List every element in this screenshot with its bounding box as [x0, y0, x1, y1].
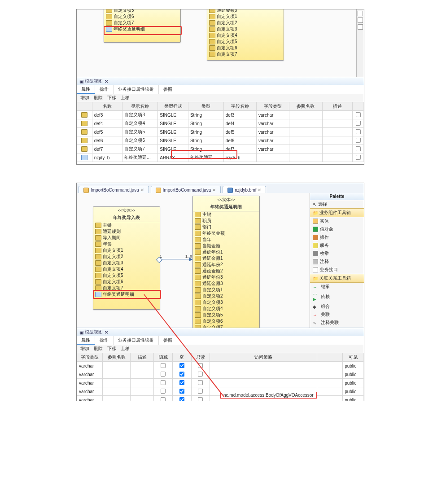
entity-field[interactable]: 自定义项5: [104, 9, 180, 13]
palette-item[interactable]: →关联: [310, 311, 364, 319]
table-row[interactable]: def7自定义项7SINGLEStringdef7varchar: [77, 145, 364, 153]
table-row[interactable]: def3自定义项3SINGLEStringdef3varchar: [77, 111, 364, 119]
checkbox[interactable]: [161, 397, 166, 401]
entity-field[interactable]: 当年: [193, 237, 259, 243]
entity-field-aggregate[interactable]: 年终奖通延明细: [104, 26, 180, 32]
entity-field[interactable]: 自定义项4: [207, 32, 284, 39]
table-row[interactable]: def5自定义项5SINGLEStringdef5varchar: [77, 128, 364, 136]
column-header[interactable]: 名称: [92, 102, 122, 111]
checkbox[interactable]: [198, 371, 203, 376]
column-header[interactable]: 空: [172, 353, 191, 362]
entity-field[interactable]: 通延金额3: [193, 280, 259, 287]
checkbox[interactable]: [161, 371, 166, 376]
column-header[interactable]: 可见: [343, 353, 364, 362]
checkbox[interactable]: [179, 380, 184, 385]
palette-item[interactable]: 服务: [310, 241, 364, 250]
diagram-canvas[interactable]: 自定义项5自定义项6自定义项7 年终奖通延明细 通延金额3自定义项1自定义项2自…: [77, 9, 364, 77]
entity-field[interactable]: 自定义项6: [193, 318, 259, 324]
entity-field[interactable]: 自定义项7: [104, 20, 180, 26]
entity-field[interactable]: 自定义项6: [93, 279, 160, 285]
editor-tab[interactable]: ImportBoCommand.java ✕: [151, 186, 221, 194]
entity-field[interactable]: 通延金额3: [207, 9, 284, 13]
palette-item[interactable]: 注释: [310, 258, 364, 266]
diagram-canvas[interactable]: Palette ↖选择 📁 业务组件工具箱 实体值对象操作服务枚举注释业务接口 …: [77, 193, 364, 328]
checkbox[interactable]: [179, 363, 184, 368]
column-header[interactable]: [77, 102, 92, 111]
tab-operations[interactable]: 操作: [95, 85, 114, 94]
column-header[interactable]: 参照名称: [289, 102, 322, 111]
entity-box-main[interactable]: <<实体>> 年终奖导入表 主键通延规则导入期间年份自定义项1自定义项2自定义项…: [93, 206, 160, 310]
column-header[interactable]: 描述: [131, 353, 154, 362]
entity-field[interactable]: 通延年份3: [193, 274, 259, 280]
entity-field[interactable]: 自定义项4: [93, 266, 160, 272]
panel-header-model-view[interactable]: ▣ 模型视图✕: [77, 328, 364, 337]
tab-biz-interface-mapping[interactable]: 业务接口属性映射: [114, 336, 159, 345]
entity-field[interactable]: 自定义项4: [193, 306, 259, 312]
checkbox[interactable]: [161, 363, 166, 368]
entity-field[interactable]: 通延年份1: [193, 249, 259, 255]
entity-field[interactable]: 主键: [93, 222, 160, 228]
tab-reference[interactable]: 参照: [159, 85, 177, 94]
column-header[interactable]: 隐藏: [154, 353, 173, 362]
column-header[interactable]: 参照名称: [103, 353, 131, 362]
entity-field[interactable]: 通延规则: [93, 228, 160, 235]
checkbox[interactable]: [198, 380, 203, 385]
entity-field[interactable]: 自定义项7: [93, 285, 160, 291]
table-row[interactable]: def4自定义项4SINGLEStringdef4varchar: [77, 119, 364, 128]
entity-field[interactable]: 主键: [193, 211, 259, 218]
tab-reference[interactable]: 参照: [159, 336, 177, 345]
entity-field[interactable]: 自定义项5: [207, 39, 284, 45]
entity-field[interactable]: 自定义项2: [207, 20, 284, 26]
palette-select-tool[interactable]: ↖选择: [310, 200, 364, 208]
palette-group-components[interactable]: 📁 业务组件工具箱: [310, 208, 364, 217]
column-header[interactable]: 字段类型: [77, 353, 103, 362]
attributes-grid[interactable]: 名称显示名称类型样式类型字段名称字段类型参照名称描述 def3自定义项3SING…: [77, 102, 364, 164]
editor-tab[interactable]: nzjdyb.bmf ✕: [223, 186, 266, 194]
column-header[interactable]: 类型: [188, 102, 223, 111]
column-header[interactable]: [317, 353, 343, 362]
close-icon[interactable]: ✕: [212, 188, 216, 193]
table-row[interactable]: def6自定义项6SINGLEStringdef6varchar: [77, 136, 364, 145]
palette-group-relations[interactable]: 📁 关联关系工具箱: [310, 274, 364, 283]
entity-field[interactable]: 自定义项3: [207, 26, 284, 32]
entity-field[interactable]: 导入期间: [93, 235, 160, 241]
close-icon[interactable]: ✕: [105, 79, 108, 84]
entity-field-aggregate[interactable]: 年终奖通延明细: [93, 291, 160, 298]
palette-item[interactable]: 枚举: [310, 250, 364, 258]
checkbox[interactable]: [179, 397, 184, 401]
palette-item[interactable]: ◆组合: [310, 302, 364, 311]
entity-field[interactable]: 自定义项5: [193, 312, 259, 318]
close-icon[interactable]: ✕: [258, 188, 261, 193]
tab-attributes[interactable]: 属性: [77, 336, 95, 345]
column-header[interactable]: 显示名称: [122, 102, 158, 111]
entity-field[interactable]: 自定义项6: [207, 45, 284, 51]
entity-field[interactable]: 年终奖金额: [193, 230, 259, 237]
table-row[interactable]: varcharpublic: [77, 362, 364, 370]
palette-item[interactable]: ⋯▶依赖: [310, 291, 364, 302]
palette-item[interactable]: 操作: [310, 233, 364, 241]
tab-operations[interactable]: 操作: [95, 336, 114, 345]
entity-field[interactable]: 年份: [93, 241, 160, 247]
entity-field[interactable]: 自定义项1: [207, 13, 284, 20]
column-header[interactable]: 字段名称: [223, 102, 256, 111]
entity-field[interactable]: 通延年份2: [193, 262, 259, 268]
entity-field[interactable]: 自定义项3: [193, 299, 259, 306]
entity-field[interactable]: 职员: [193, 218, 259, 224]
table-row[interactable]: varcharpublic: [77, 370, 364, 379]
tab-biz-interface-mapping[interactable]: 业务接口属性映射: [114, 85, 159, 94]
entity-field[interactable]: 自定义项1: [93, 247, 160, 254]
entity-field[interactable]: 通延金额1: [193, 255, 259, 262]
palette-item[interactable]: 值对象: [310, 225, 364, 233]
entity-field[interactable]: 自定义项2: [93, 254, 160, 260]
close-icon[interactable]: ✕: [105, 330, 108, 335]
relation-line[interactable]: 1 1..n: [160, 259, 192, 259]
checkbox[interactable]: [198, 397, 203, 401]
checkbox[interactable]: [198, 388, 203, 393]
checkbox[interactable]: [179, 371, 184, 376]
checkbox[interactable]: [179, 388, 184, 393]
entity-field[interactable]: 自定义项1: [193, 287, 259, 293]
checkbox[interactable]: [161, 388, 166, 393]
tab-attributes[interactable]: 属性: [77, 85, 95, 94]
editor-tab-bar[interactable]: ImportBoCommand.java ✕ImportBoCommand.ja…: [77, 183, 364, 193]
property-tabs[interactable]: 属性 操作 业务接口属性映射 参照: [77, 85, 364, 94]
